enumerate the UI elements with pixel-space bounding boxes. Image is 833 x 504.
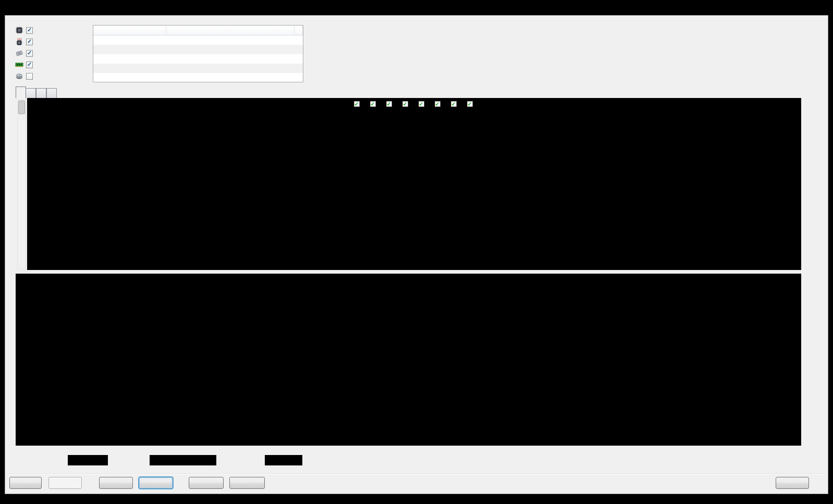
save-button[interactable] (139, 477, 173, 489)
system-stability-test-window: 123 (5, 16, 828, 494)
battery-value (68, 455, 108, 465)
table-row (93, 64, 303, 73)
cpu-icon (15, 26, 24, 34)
table-row (93, 54, 303, 64)
cpuid-button[interactable] (189, 477, 224, 489)
temp-chart-scrollbar[interactable] (17, 99, 26, 269)
table-row (93, 73, 303, 82)
stress-fpu-checkbox[interactable] (26, 39, 33, 45)
stress-memory-checkbox[interactable] (26, 62, 33, 68)
stress-option-cache[interactable] (15, 48, 36, 58)
event-status (166, 35, 295, 45)
legend-checkbox[interactable] (467, 101, 473, 107)
legend-separator (406, 277, 412, 284)
memory-icon (15, 60, 24, 69)
stress-option-cpu[interactable] (15, 26, 36, 35)
legend-checkbox[interactable] (386, 101, 392, 107)
table-row[interactable] (93, 35, 303, 45)
screen: 123 (0, 0, 833, 504)
legend-item-cpu-diode[interactable] (402, 101, 410, 107)
test-started-value (150, 455, 216, 465)
legend-checkbox[interactable] (402, 101, 408, 107)
tab-voltages[interactable] (36, 88, 46, 98)
column-header-empty (295, 26, 303, 35)
cpu-usage-chart (16, 274, 801, 446)
chart-tabs (16, 87, 57, 98)
legend-item-temperature5[interactable] (451, 101, 459, 107)
stress-cpu-checkbox[interactable] (26, 27, 33, 34)
event-time (93, 45, 166, 54)
start-button[interactable] (9, 477, 42, 489)
stress-option-memory[interactable] (15, 60, 36, 69)
legend-item-gpu[interactable] (419, 101, 426, 107)
scrollbar-thumb[interactable] (18, 101, 25, 114)
disk-icon (15, 72, 24, 80)
legend-item-core2[interactable] (386, 101, 394, 107)
table-row[interactable] (93, 45, 303, 54)
event-status (166, 45, 295, 54)
cache-icon (15, 49, 24, 57)
clear-button[interactable] (99, 477, 133, 489)
stress-option-fpu[interactable]: 123 (15, 37, 36, 46)
stress-option-disks[interactable] (15, 71, 36, 81)
stress-cache-checkbox[interactable] (26, 50, 33, 57)
status-bar (5, 455, 828, 468)
button-bar-divider (5, 473, 828, 474)
temperature-legend (27, 101, 801, 107)
legend-checkbox[interactable] (419, 101, 424, 107)
legend-checkbox[interactable] (354, 101, 360, 107)
svg-text:123: 123 (17, 38, 22, 41)
tab-temperatures[interactable] (16, 87, 26, 98)
event-log-table (93, 25, 303, 82)
fpu-icon: 123 (15, 38, 24, 46)
temperature-chart (27, 98, 801, 270)
preferences-button[interactable] (229, 477, 265, 489)
legend-item-core1[interactable] (370, 101, 378, 107)
legend-checkbox[interactable] (370, 101, 376, 107)
tab-statistics[interactable] (46, 88, 57, 98)
legend-item-cpu[interactable] (354, 101, 362, 107)
elapsed-time-value (265, 455, 302, 465)
column-header-date-time[interactable] (93, 26, 166, 35)
event-time (93, 35, 166, 45)
legend-checkbox[interactable] (451, 101, 457, 107)
legend-checkbox[interactable] (435, 101, 440, 107)
stop-button[interactable] (48, 477, 82, 489)
legend-item-motherboard[interactable] (467, 101, 475, 107)
tab-cooling-fans[interactable] (26, 88, 36, 98)
column-header-status[interactable] (166, 26, 295, 35)
usage-legend (16, 277, 801, 284)
stress-disks-checkbox[interactable] (26, 73, 33, 80)
legend-item-gpu-diode[interactable] (435, 101, 443, 107)
table-header (93, 26, 303, 35)
close-button[interactable] (776, 477, 809, 489)
